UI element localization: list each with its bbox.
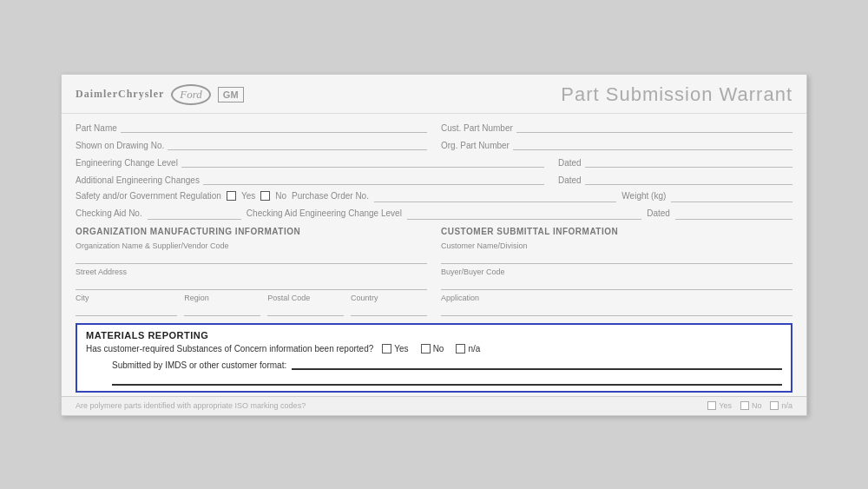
country-field: Country xyxy=(351,294,427,316)
street-label: Street Address xyxy=(76,268,427,276)
materials-question-row: Has customer-required Substances of Conc… xyxy=(86,344,782,354)
checking-row: Checking Aid No. Checking Aid Engineerin… xyxy=(76,208,792,220)
street-field: Street Address xyxy=(76,268,427,290)
weight-line xyxy=(671,190,792,202)
info-fields: Organization Name & Supplier/Vendor Code… xyxy=(76,241,792,320)
drawing-row: Shown on Drawing No. Org. Part Number xyxy=(76,138,792,150)
dated-field-2: Dated xyxy=(558,173,792,185)
no-label: No xyxy=(275,191,286,201)
daimler-chrysler-logo: DaimlerChrysler xyxy=(76,88,164,101)
bottom-no-checkbox[interactable] xyxy=(740,401,749,410)
cust-part-number-label: Cust. Part Number xyxy=(441,123,513,133)
org-part-field: Org. Part Number xyxy=(441,138,792,150)
eng-change-row: Engineering Change Level Dated xyxy=(76,155,792,168)
application-line xyxy=(441,304,792,316)
org-part-line xyxy=(513,138,792,150)
bottom-yes-checkbox[interactable] xyxy=(707,401,716,410)
part-name-row: Part Name Cust. Part Number xyxy=(76,121,792,133)
page-background: DaimlerChrysler Ford GM Part Submission … xyxy=(0,0,868,489)
org-section-title: ORGANIZATION MANUFACTURING INFORMATION xyxy=(76,227,427,236)
bottom-question-text: Are polymere parts identified with appro… xyxy=(76,401,699,410)
part-name-label: Part Name xyxy=(76,123,117,133)
cust-part-number-field: Cust. Part Number xyxy=(441,121,792,133)
purchase-order-line xyxy=(374,190,616,202)
region-label: Region xyxy=(184,294,260,302)
shown-drawing-label: Shown on Drawing No. xyxy=(76,141,164,150)
eng-change-field: Engineering Change Level xyxy=(76,155,544,168)
weight-label: Weight (kg) xyxy=(621,191,666,201)
checking-aid-line xyxy=(148,208,241,220)
dated-line-2 xyxy=(585,173,792,185)
part-name-line xyxy=(121,121,427,133)
submitted-label: Submitted by IMDS or other customer form… xyxy=(112,360,286,370)
buyer-field: Buyer/Buyer Code xyxy=(441,268,792,290)
region-field: Region xyxy=(184,294,260,316)
buyer-line xyxy=(441,278,792,290)
materials-section: MATERIALS REPORTING Has customer-require… xyxy=(76,323,792,393)
customer-name-label: Customer Name/Division xyxy=(441,241,792,250)
part-name-field: Part Name xyxy=(76,121,427,133)
dated-field-1: Dated xyxy=(558,155,792,168)
country-line xyxy=(351,304,427,316)
bottom-na-item: n/a xyxy=(770,401,792,410)
section-headers: ORGANIZATION MANUFACTURING INFORMATION C… xyxy=(76,227,792,236)
purchase-order-label: Purchase Order No. xyxy=(292,191,369,201)
materials-na-checkbox[interactable] xyxy=(456,344,465,354)
materials-no-item: No xyxy=(421,344,444,354)
materials-na-label: n/a xyxy=(468,344,480,354)
city-label: City xyxy=(76,294,177,302)
org-name-field: Organization Name & Supplier/Vendor Code xyxy=(76,241,427,264)
application-field: Application xyxy=(441,294,792,316)
partial-row xyxy=(86,373,782,386)
postal-line xyxy=(267,304,344,316)
dated-label-2: Dated xyxy=(558,175,582,185)
materials-title: MATERIALS REPORTING xyxy=(86,330,782,340)
yes-checkbox[interactable] xyxy=(227,191,236,201)
logos-group: DaimlerChrysler Ford GM xyxy=(76,84,244,105)
country-label: Country xyxy=(351,294,427,302)
gm-logo: GM xyxy=(218,87,244,102)
materials-yes-checkbox[interactable] xyxy=(382,344,391,354)
materials-yes-label: Yes xyxy=(394,344,408,354)
checking-aid-label: Checking Aid No. xyxy=(76,208,142,218)
eng-change-line xyxy=(181,155,544,168)
bottom-na-checkbox[interactable] xyxy=(770,401,779,410)
bottom-yes-label: Yes xyxy=(719,401,732,410)
bottom-yes-item: Yes xyxy=(707,401,732,410)
safety-row: Safety and/or Government Regulation Yes … xyxy=(76,190,792,202)
submitted-row: Submitted by IMDS or other customer form… xyxy=(86,358,782,370)
partial-line xyxy=(112,373,782,386)
customer-col: Customer Name/Division Buyer/Buyer Code … xyxy=(441,241,792,320)
org-name-label: Organization Name & Supplier/Vendor Code xyxy=(76,241,427,250)
shown-drawing-field: Shown on Drawing No. xyxy=(76,138,427,150)
materials-no-checkbox[interactable] xyxy=(421,344,431,354)
checking-aid-eng-line xyxy=(407,208,641,220)
eng-change-label: Engineering Change Level xyxy=(76,158,178,168)
ford-logo: Ford xyxy=(171,84,211,105)
bottom-no-label: No xyxy=(752,401,762,410)
no-checkbox[interactable] xyxy=(260,191,270,201)
cust-part-number-line xyxy=(516,121,792,133)
city-row: City Region Postal Code Country xyxy=(76,294,427,316)
dated-line-3 xyxy=(675,208,792,220)
customer-name-line xyxy=(441,252,792,264)
bottom-no-item: No xyxy=(740,401,762,410)
dated-line-1 xyxy=(585,155,792,168)
materials-checkbox-group: Yes No n/a xyxy=(382,344,480,354)
customer-section-title: CUSTOMER SUBMITTAL INFORMATION xyxy=(441,227,792,236)
form-header: DaimlerChrysler Ford GM Part Submission … xyxy=(62,75,806,114)
bottom-section: Are polymere parts identified with appro… xyxy=(62,396,806,415)
submitted-line xyxy=(292,358,782,370)
buyer-label: Buyer/Buyer Code xyxy=(441,268,792,276)
postal-label: Postal Code xyxy=(267,294,344,302)
materials-no-label: No xyxy=(433,344,444,354)
city-line xyxy=(76,304,177,316)
safety-label: Safety and/or Government Regulation xyxy=(76,191,221,201)
org-col: Organization Name & Supplier/Vendor Code… xyxy=(76,241,427,320)
add-eng-field: Additional Engineering Changes xyxy=(76,173,544,185)
customer-name-field: Customer Name/Division xyxy=(441,241,792,264)
form-body: Part Name Cust. Part Number Shown on Dra… xyxy=(62,114,806,396)
dated-label-1: Dated xyxy=(558,158,582,168)
add-eng-line xyxy=(203,173,544,185)
org-name-line xyxy=(76,252,427,264)
